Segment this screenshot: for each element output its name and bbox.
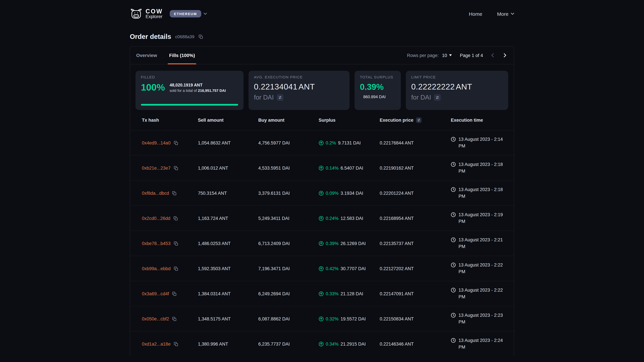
filled-percent: 100% — [141, 82, 165, 93]
surplus-up-icon — [319, 316, 324, 321]
execution-price-cell: 0.22176844 ANT — [380, 140, 451, 145]
chevron-down-icon — [204, 13, 207, 15]
surplus-cell: 0.32% 19.5572 DAI — [319, 316, 380, 321]
copy-tx-hash-icon[interactable] — [174, 342, 178, 346]
summary-cards: FILLED 100% 48,020.1919 ANT sold for a t… — [130, 64, 514, 110]
copy-tx-hash-icon[interactable] — [172, 292, 176, 296]
cow-explorer-logo[interactable]: COW Explorer — [130, 8, 163, 19]
tab-overview[interactable]: Overview — [130, 46, 163, 64]
logo-subtitle: Explorer — [146, 14, 163, 19]
tx-hash-link[interactable]: 0xbe78...b453 — [142, 241, 170, 246]
tx-hash-link[interactable]: 0x2cd0...26dd — [142, 216, 170, 221]
tx-hash-link[interactable]: 0xb99a...ebbd — [142, 266, 170, 271]
execution-time-text: 13 August 2023 - 2:23 PM — [458, 312, 508, 326]
copy-tx-hash-icon[interactable] — [174, 166, 178, 170]
swap-currencies-icon[interactable] — [434, 94, 441, 101]
surplus-amount: 19.5572 DAI — [340, 316, 366, 321]
nav-home-label: Home — [469, 11, 482, 16]
nav-more[interactable]: More — [497, 11, 514, 16]
swap-currencies-icon[interactable] — [277, 94, 284, 101]
rows-per-page-label: Rows per page: — [407, 53, 439, 58]
order-id: c0688a39 — [175, 34, 194, 39]
execution-price-cell: 0.22146346 ANT — [380, 341, 451, 347]
swap-price-direction-icon[interactable] — [416, 117, 422, 123]
cow-face-icon — [130, 8, 142, 19]
surplus-up-icon — [319, 341, 324, 347]
copy-tx-hash-icon[interactable] — [172, 317, 176, 321]
nav-home[interactable]: Home — [469, 11, 482, 16]
surplus-percent: 0.33% — [326, 291, 338, 296]
next-page-button[interactable] — [500, 51, 509, 60]
avg-price-label: AVG. EXECUTION PRICE — [254, 75, 344, 79]
execution-price-cell: 0.22168954 ANT — [380, 216, 451, 221]
surplus-cell: 0.34% 21.2915 DAI — [319, 341, 380, 347]
clock-icon — [451, 288, 456, 293]
surplus-percent: 0.39% — [326, 241, 338, 246]
filled-sold-line: sold for a total of 216,951.757 DAI — [170, 88, 226, 92]
total-surplus-amount: 860.894 DAI — [360, 94, 396, 99]
network-selector[interactable]: ETHEREUM — [170, 10, 207, 17]
copy-tx-hash-icon[interactable] — [172, 191, 176, 195]
surplus-percent: 0.24% — [326, 216, 338, 221]
execution-time-cell: 13 August 2023 - 2:19 PM — [451, 212, 508, 225]
chevron-down-icon — [511, 13, 514, 15]
tx-hash-link[interactable]: 0x4ed9...14a0 — [142, 140, 170, 145]
page-title-row: Order details c0688a39 — [130, 33, 514, 40]
table-row: 0xb21e...23e7 1,006.012 ANT 4,533.5951 D… — [130, 155, 514, 180]
table-row: 0x3a69...cd4f 1,384.0314 ANT 6,249.2694 … — [130, 281, 514, 306]
copy-tx-hash-icon[interactable] — [174, 141, 178, 145]
clock-icon — [451, 338, 456, 343]
order-details-panel: Overview Fills (100%) Rows per page: 10 … — [130, 46, 514, 356]
sell-amount-cell: 1,163.724 ANT — [198, 216, 258, 221]
copy-order-id-icon[interactable] — [198, 34, 203, 39]
surplus-cell: 0.39% 26.1269 DAI — [319, 241, 380, 246]
execution-time-text: 13 August 2023 - 2:22 PM — [458, 262, 508, 275]
execution-time-text: 13 August 2023 - 2:14 PM — [458, 136, 508, 150]
execution-time-cell: 13 August 2023 - 2:24 PM — [451, 337, 508, 351]
surplus-percent: 0.32% — [326, 316, 338, 321]
sell-amount-cell: 1,592.3503 ANT — [198, 266, 258, 271]
nav-more-label: More — [497, 11, 508, 16]
surplus-cell: 0.33% 21.128 DAI — [319, 291, 380, 296]
main-nav: Home More — [469, 11, 514, 16]
surplus-cell: 0.2% 9.7131 DAI — [319, 140, 380, 145]
copy-tx-hash-icon[interactable] — [174, 216, 178, 220]
sell-amount-cell: 1,380.996 ANT — [198, 341, 258, 347]
rows-per-page-value: 10 — [442, 53, 447, 58]
tx-hash-link[interactable]: 0x3a69...cd4f — [142, 291, 169, 296]
execution-time-cell: 13 August 2023 - 2:14 PM — [451, 136, 508, 150]
surplus-amount: 21.128 DAI — [340, 291, 363, 296]
execution-time-text: 13 August 2023 - 2:22 PM — [458, 287, 508, 301]
buy-amount-cell: 3,379.6131 DAI — [258, 191, 319, 196]
filled-card: FILLED 100% 48,020.1919 ANT sold for a t… — [136, 71, 244, 110]
total-surplus-percent: 0.39% — [360, 82, 396, 92]
execution-time-text: 13 August 2023 - 2:21 PM — [458, 237, 508, 250]
clock-icon — [451, 162, 456, 167]
tx-hash-link[interactable]: 0xb21e...23e7 — [142, 165, 170, 170]
network-badge: ETHEREUM — [170, 10, 201, 17]
copy-tx-hash-icon[interactable] — [174, 241, 178, 246]
execution-price-cell: 0.22127202 ANT — [380, 266, 451, 271]
tab-fills[interactable]: Fills (100%) — [163, 46, 201, 64]
execution-time-cell: 13 August 2023 - 2:23 PM — [451, 312, 508, 326]
tx-hash-link[interactable]: 0xd1a2...a18e — [142, 341, 170, 347]
table-row: 0xf8da...dbcd 750.3154 ANT 3,379.6131 DA… — [130, 180, 514, 205]
previous-page-button[interactable] — [488, 51, 497, 60]
execution-time-cell: 13 August 2023 - 2:21 PM — [451, 237, 508, 250]
buy-amount-cell: 6,249.2694 DAI — [258, 291, 319, 296]
col-execution-price-label: Execution price — [380, 117, 414, 122]
tx-hash-link[interactable]: 0x050e...cbf2 — [142, 316, 169, 321]
clock-icon — [451, 313, 456, 318]
surplus-amount: 21.2915 DAI — [340, 341, 366, 347]
surplus-cell: 0.42% 30.7707 DAI — [319, 266, 380, 271]
tx-hash-link[interactable]: 0xf8da...dbcd — [142, 191, 169, 196]
col-execution-time: Execution time — [451, 117, 508, 122]
execution-time-text: 13 August 2023 - 2:19 PM — [458, 212, 508, 225]
copy-tx-hash-icon[interactable] — [174, 266, 178, 271]
sell-amount-cell: 1,348.5175 ANT — [198, 316, 258, 321]
buy-amount-cell: 5,249.3411 DAI — [258, 216, 319, 221]
fill-progress-bar — [141, 104, 238, 106]
sell-amount-cell: 1,054.8632 ANT — [198, 140, 258, 145]
execution-price-cell: 0.22150834 ANT — [380, 316, 451, 321]
rows-per-page-select[interactable]: 10 — [442, 53, 452, 58]
